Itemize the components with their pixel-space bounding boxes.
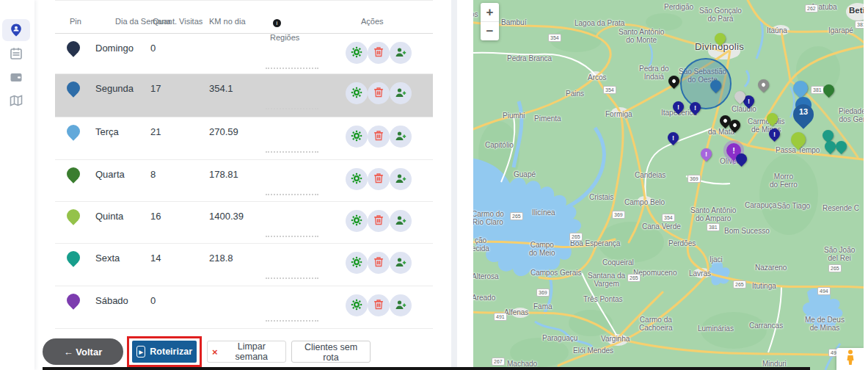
visits-value: 14 [150, 253, 161, 264]
header-km: KM no dia [209, 17, 246, 26]
map-canvas[interactable]: osBambuíLagoa da PrataSanto Antônio do M… [473, 0, 864, 370]
map-pin-icon[interactable]: ! [665, 129, 680, 145]
day-label: Terça [95, 126, 119, 137]
clear-week-button[interactable]: × Limpar semana [207, 341, 286, 363]
map-pin-icon[interactable] [755, 76, 770, 92]
road-shield-icon: 381 [811, 86, 824, 94]
add-client-button[interactable] [390, 126, 412, 148]
add-client-button[interactable] [390, 252, 412, 274]
table-row[interactable]: Sexta14218.8 [55, 244, 433, 286]
delete-route-button[interactable] [368, 126, 390, 148]
delete-route-button[interactable] [368, 294, 390, 316]
back-button[interactable]: ← Voltar [43, 338, 123, 365]
header-pin: Pin [70, 17, 81, 26]
map-place-label: Varginha [601, 335, 630, 343]
configure-route-button[interactable] [346, 82, 368, 104]
map-place-label: Bambuí [501, 18, 526, 26]
regions-field[interactable] [266, 316, 318, 322]
route-button-highlight: ▶ Roteirizar [127, 336, 202, 367]
map-pin-icon[interactable]: ! [670, 98, 685, 114]
configure-route-button[interactable] [346, 42, 368, 64]
map-place-label: Luminárias [698, 324, 734, 333]
configure-route-button[interactable] [346, 294, 368, 316]
table-row[interactable]: Sábado0 [55, 286, 433, 329]
road-shield-icon: 354 [548, 34, 561, 42]
map-place-label: Pedra Branca [507, 54, 552, 62]
delete-route-button[interactable] [368, 82, 390, 104]
add-client-button[interactable] [390, 210, 412, 232]
info-icon[interactable]: i [273, 19, 281, 27]
configure-route-button[interactable] [346, 126, 368, 148]
map-highlight-circle [680, 58, 732, 109]
map-place-label: Bom Sucesso [724, 227, 770, 235]
delete-route-button[interactable] [368, 168, 390, 190]
panel-scrollbar[interactable] [451, 0, 457, 370]
table-row[interactable]: Segunda17354.1 [55, 74, 433, 117]
map-place-label: Três Pontas [583, 295, 623, 303]
trash-icon [373, 256, 384, 269]
map-place-label: Me de Deus de Minas [805, 316, 845, 332]
trash-icon [373, 46, 384, 59]
add-client-button[interactable] [390, 82, 412, 104]
delete-route-button[interactable] [368, 42, 390, 64]
map-place-label: Beti [849, 6, 864, 15]
map-place-label: Itaúna [767, 26, 787, 35]
regions-field[interactable] [266, 231, 318, 237]
routes-table: Pin Dia da Semana Quant. Visitas KM no d… [55, 0, 433, 324]
wallet-icon [9, 70, 23, 84]
regions-field[interactable] [266, 63, 318, 69]
table-row[interactable]: Domingo0 [55, 34, 433, 74]
map-pin-icon[interactable]: ! [766, 126, 781, 141]
gear-icon [351, 214, 362, 228]
sidebar-item-map[interactable] [2, 90, 30, 112]
map-place-label: Guapé [514, 170, 536, 178]
map-cluster-pin[interactable]: 13 [793, 100, 814, 125]
gear-icon [351, 256, 362, 270]
configure-route-button[interactable] [346, 252, 368, 274]
map-place-label: Santana da Vargem [588, 272, 625, 288]
table-row[interactable]: Quarta8178.81 [55, 160, 433, 202]
map-place-label: ção ecida [473, 236, 489, 253]
route-button[interactable]: ▶ Roteirizar [132, 341, 197, 363]
person-add-icon [395, 87, 406, 100]
map-place-label: Igarapé [828, 26, 853, 35]
map-place-label: Perdigão [664, 3, 693, 11]
map-pin-icon[interactable]: ! [687, 99, 702, 115]
road-shield-icon: 491 [494, 313, 507, 321]
add-client-button[interactable] [390, 42, 412, 64]
sidebar-item-calendar[interactable] [2, 43, 30, 65]
sidebar-item-wallet[interactable] [2, 66, 30, 88]
map-pin-icon[interactable] [820, 81, 836, 97]
table-row[interactable]: Quinta161400.39 [55, 202, 433, 244]
map-place-label: Arcos [588, 73, 607, 81]
table-rows: Domingo0Segunda17354.1Terça21270.59Quart… [55, 34, 433, 329]
configure-route-button[interactable] [346, 210, 368, 232]
row-actions [346, 168, 412, 190]
regions-field[interactable] [266, 147, 318, 153]
regions-field[interactable] [266, 189, 318, 195]
map-features: osBambuíLagoa da PrataSanto Antônio do M… [473, 0, 864, 370]
map-place-label: Campos Gerais [530, 269, 581, 277]
map-pin-icon[interactable] [833, 138, 848, 153]
gear-icon [351, 46, 362, 60]
street-view-pegman[interactable] [836, 348, 864, 370]
clients-without-route-button[interactable]: Clientes sem rota [291, 341, 371, 363]
km-value: 178.81 [209, 169, 238, 180]
regions-field[interactable] [266, 273, 318, 279]
map-pin-icon[interactable]: ! [698, 145, 713, 161]
configure-route-button[interactable] [346, 168, 368, 190]
add-client-button[interactable] [390, 168, 412, 190]
day-pin-icon [64, 79, 82, 97]
table-row[interactable]: Terça21270.59 [55, 117, 433, 160]
zoom-out-button[interactable]: − [481, 22, 499, 40]
zoom-in-button[interactable]: + [481, 3, 499, 21]
map-place-label: Campo Belo [624, 198, 665, 206]
map-pin-icon[interactable] [790, 78, 811, 98]
sidebar-item-clients-routes[interactable] [2, 19, 30, 41]
add-client-button[interactable] [390, 294, 412, 316]
regions-field[interactable] [266, 104, 318, 109]
delete-route-button[interactable] [368, 210, 390, 232]
map-place-label: Paraguaçu [542, 334, 577, 342]
delete-route-button[interactable] [368, 252, 390, 274]
map-place-label: Alfenas [504, 308, 528, 316]
